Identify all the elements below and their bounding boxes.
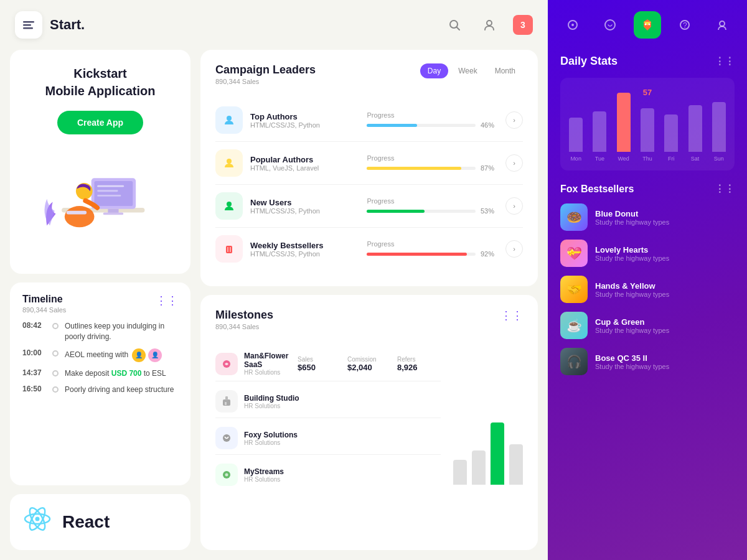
- fox-thumb-4: 🎧: [560, 348, 588, 375]
- svg-rect-30: [225, 402, 227, 405]
- campaign-row-3: New Users HTML/CSS/JS, Python Progress 5…: [215, 185, 523, 228]
- tab-month[interactable]: Month: [487, 63, 523, 78]
- milestones-title: Milestones: [215, 309, 273, 322]
- tab-week[interactable]: Week: [451, 63, 484, 78]
- timeline-item-4: 16:50 Poorly driving and keep structure: [22, 385, 178, 395]
- daily-stats-section: Daily Stats ⋮⋮ 57 MonTueWedThuFriSatSun: [560, 55, 735, 170]
- svg-line-4: [457, 27, 460, 30]
- timeline-item-2: 10:00 AEOL meeting with 👤 👤: [22, 348, 178, 362]
- react-icon: [22, 504, 52, 540]
- fox-item-2[interactable]: 🤝Hands & YellowStudy the highway types: [560, 276, 735, 303]
- fox-item-4[interactable]: 🎧Bose QC 35 IIStudy the highway types: [560, 348, 735, 375]
- campaign-row-2: Popular Authors HTML, VueJS, Laravel Pro…: [215, 142, 523, 185]
- ms-ref-1: 8,926: [397, 363, 441, 372]
- ms-sub-1: HR Solutions: [244, 369, 291, 376]
- campaign-subtitle: 890,344 Sales: [215, 78, 316, 85]
- svg-point-14: [65, 206, 95, 227]
- sb-icon-fox[interactable]: [634, 11, 661, 39]
- camp-arrow-2[interactable]: ›: [505, 154, 523, 172]
- svg-rect-8: [94, 181, 133, 206]
- fox-bestsellers-section: Fox Bestsellers ⋮⋮ 🍩Blue DonutStudy the …: [560, 183, 735, 375]
- chart-peak-value: 57: [566, 88, 728, 97]
- fox-name-4: Bose QC 35 II: [595, 353, 735, 363]
- fox-thumb-2: 🤝: [560, 276, 588, 303]
- svg-point-23: [227, 202, 232, 207]
- prog-pct-4: 92%: [481, 250, 498, 258]
- tab-day[interactable]: Day: [420, 63, 448, 78]
- svg-point-33: [225, 474, 228, 477]
- chart-bar-sat: Sat: [688, 105, 702, 162]
- bar-fill-thu: [641, 108, 654, 152]
- sb-icon-1[interactable]: [559, 11, 586, 39]
- ms-row-4: MyStreams HR Solutions: [215, 459, 441, 491]
- search-icon[interactable]: [443, 14, 466, 36]
- notification-badge[interactable]: 3: [513, 15, 533, 35]
- sb-icon-5[interactable]: [708, 11, 736, 39]
- milestones-dots: ⋮⋮: [500, 309, 523, 322]
- bar-fill-tue: [593, 111, 606, 152]
- fox-thumb-0: 🍩: [560, 203, 588, 231]
- react-card: React: [10, 494, 190, 550]
- bar-fill-sun: [712, 102, 726, 152]
- svg-point-5: [487, 21, 492, 26]
- chart-label-mon: Mon: [570, 156, 581, 162]
- chart-label-fri: Fri: [668, 156, 675, 162]
- camp-tech-4: HTML/CSS/JS, Python: [250, 250, 359, 258]
- bar-fill-fri: [664, 114, 678, 152]
- daily-stats-chart: 57 MonTueWedThuFriSatSun: [560, 78, 735, 170]
- sb-icon-2[interactable]: [596, 11, 624, 39]
- fox-item-3[interactable]: ☕Cup & GreenStudy the highway types: [560, 312, 735, 339]
- svg-rect-10: [103, 213, 123, 215]
- prog-pct-3: 53%: [481, 207, 498, 215]
- campaign-row-1: Top Authors HTML/CSS/JS, Python Progress…: [215, 99, 523, 142]
- fox-item-1[interactable]: 💝Lovely HeartsStudy the highway types: [560, 240, 735, 267]
- fox-sub-1: Study the highway types: [595, 254, 735, 262]
- svg-rect-13: [97, 195, 121, 197]
- fox-title-dots: ⋮⋮: [715, 183, 735, 195]
- tl-text-4: Poorly driving and keep structure: [65, 385, 174, 395]
- prog-pct-2: 87%: [481, 164, 498, 172]
- ms-col-sales-label: Sales: [298, 356, 341, 363]
- timeline-dots: ⋮⋮: [156, 294, 178, 307]
- chart-bar-wed: Wed: [617, 93, 631, 162]
- ms-row-3: Foxy Solutions HR Solutions: [215, 422, 441, 455]
- campaign-row-4: Weekly Bestsellers HTML/CSS/JS, Python P…: [215, 228, 523, 270]
- svg-rect-2: [23, 27, 33, 29]
- ms-sub-3: HR Solutions: [244, 439, 441, 446]
- illustration: [38, 143, 162, 243]
- campaign-title: Campaign Leaders: [215, 63, 316, 77]
- timeline-item-1: 08:42 Outlines keep you indulging in poo…: [22, 321, 178, 342]
- timeline-card: Timeline 890,344 Sales ⋮⋮ 08:42 Outlines…: [10, 282, 190, 485]
- campaign-card: Campaign Leaders 890,344 Sales Day Week …: [200, 50, 538, 286]
- kickstart-card: Kickstart Mobile Application Create App: [10, 50, 190, 274]
- prog-label-3: Progress: [367, 197, 498, 205]
- daily-stats-title-text: Daily Stats: [560, 55, 618, 68]
- svg-point-20: [35, 517, 40, 521]
- ms-col-ref-label: Refers: [397, 356, 441, 363]
- fox-sub-0: Study the highway types: [595, 218, 735, 226]
- create-app-button[interactable]: Create App: [57, 111, 143, 134]
- camp-name-3: New Users: [250, 198, 359, 207]
- svg-point-21: [227, 116, 232, 121]
- sb-icon-4[interactable]: ?: [671, 11, 698, 39]
- bar-fill-wed: [617, 93, 631, 152]
- fox-item-0[interactable]: 🍩Blue DonutStudy the highway types: [560, 203, 735, 231]
- camp-arrow-4[interactable]: ›: [505, 240, 523, 258]
- svg-rect-16: [67, 211, 87, 215]
- fox-sub-4: Study the highway types: [595, 363, 735, 370]
- svg-point-38: [649, 24, 651, 26]
- fox-title-text: Fox Bestsellers: [560, 184, 634, 195]
- camp-name-4: Weekly Bestsellers: [250, 241, 359, 250]
- svg-point-41: [720, 21, 725, 26]
- camp-arrow-1[interactable]: ›: [505, 111, 523, 129]
- camp-name-2: Popular Authors: [250, 155, 359, 164]
- ms-col-comm-label: Comission: [347, 356, 391, 363]
- fox-thumb-3: ☕: [560, 312, 588, 339]
- svg-point-37: [645, 24, 647, 26]
- chart-label-thu: Thu: [642, 156, 652, 162]
- ms-name-3: Foxy Solutions: [244, 431, 441, 439]
- camp-arrow-3[interactable]: ›: [505, 197, 523, 215]
- fox-name-3: Cup & Green: [595, 317, 735, 327]
- logo-text: Start.: [50, 17, 85, 33]
- profile-icon[interactable]: [478, 14, 500, 36]
